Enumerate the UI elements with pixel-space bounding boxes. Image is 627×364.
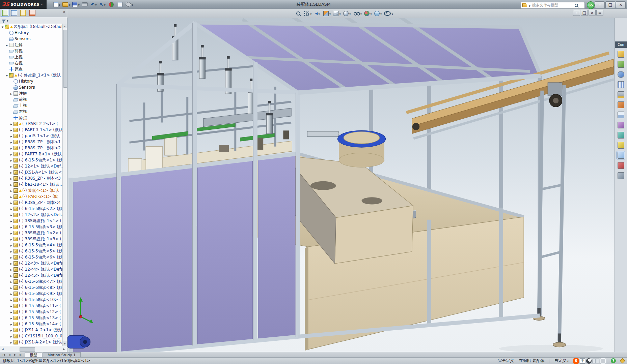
tree-expander-icon[interactable]	[9, 297, 13, 302]
tree-item[interactable]: (-) 6-15-5轴承<10> (	[0, 297, 63, 303]
tree-item[interactable]: 原点	[0, 115, 63, 121]
scroll-left-icon[interactable]: ◀	[0, 346, 5, 352]
tree-item[interactable]: (-) 6-15-5轴承<12> (	[0, 309, 63, 315]
tree-expander-icon[interactable]	[9, 200, 13, 205]
tab-scroll-first-button[interactable]: |◀	[1, 352, 6, 358]
tree-expander-icon[interactable]	[1, 24, 4, 29]
sogou-logo-icon[interactable]: S	[573, 358, 579, 364]
scroll-up-icon[interactable]: ▲	[63, 24, 67, 28]
tree-expander-icon[interactable]	[9, 285, 13, 290]
tree-item[interactable]: 右视	[0, 109, 63, 115]
tree-item[interactable]: Sensors	[0, 84, 63, 90]
search-icon[interactable]	[574, 3, 578, 7]
graphics-area[interactable]	[67, 18, 615, 352]
drive-motor[interactable]	[67, 335, 90, 348]
tree-expander-icon[interactable]	[9, 133, 13, 138]
tree-expander-icon[interactable]	[9, 158, 13, 162]
tree-expander-icon[interactable]	[9, 121, 13, 126]
search-scope-folder-icon[interactable]	[522, 4, 527, 7]
dropdown-caret-icon[interactable]	[391, 11, 393, 16]
tree-expander-icon[interactable]	[9, 255, 13, 260]
tree-item[interactable]: (-) 12<5> (默认<Defa	[0, 272, 63, 278]
tree-item[interactable]: (-) 6-15-5轴承<1> (默	[0, 157, 63, 163]
tree-item[interactable]: (-) 6-15-5轴承<4> (默	[0, 242, 63, 248]
filter-caret-icon[interactable]: ▼	[7, 20, 8, 22]
instant3d-button[interactable]	[617, 151, 625, 159]
tree-item[interactable]: 装配体1 (Default<Defaul	[0, 24, 63, 30]
configurationmanager-tab[interactable]	[19, 9, 27, 17]
tree-item[interactable]: (-) 12<1> (默认<Def...	[0, 163, 63, 169]
dropdown-caret-icon[interactable]	[94, 2, 97, 7]
tree-item[interactable]: (-) CY1S15H_100_0_0	[0, 333, 63, 339]
tree-item[interactable]: (-) 修改后_1<1> (默认	[0, 72, 63, 78]
tab-scroll-last-button[interactable]: ▶|	[18, 352, 24, 358]
tree-expander-icon[interactable]	[9, 279, 13, 284]
search-box[interactable]	[521, 2, 585, 9]
search-scope-caret-icon[interactable]	[528, 3, 530, 8]
tree-expander-icon[interactable]	[9, 182, 13, 187]
tree-item[interactable]: Sensors	[0, 36, 63, 42]
ime-keyboard-icon[interactable]	[593, 359, 599, 363]
insert-component-button[interactable]	[617, 60, 625, 68]
component-pattern-button[interactable]	[617, 81, 625, 88]
tree-expander-icon[interactable]	[9, 146, 13, 150]
tree-item[interactable]: (-) be1-18<1> (默认...	[0, 181, 63, 187]
tree-item[interactable]: (-) 38S码盘托_1<3> (	[0, 236, 63, 242]
filter-funnel-icon[interactable]	[2, 20, 6, 22]
tree-item[interactable]: (-) JXS1-A_2<1> (默认	[0, 327, 63, 333]
edit-component-button[interactable]	[617, 50, 625, 58]
tree-item[interactable]: (-) 6-15-5轴承<14> (	[0, 321, 63, 327]
tree-item[interactable]: (-) PART-3-1<1> (默认	[0, 127, 63, 133]
tree-item[interactable]: (-) JXS1-A<1> (默认<	[0, 169, 63, 175]
tree-expander-icon[interactable]	[9, 176, 13, 181]
featuremanager-tree-tab[interactable]	[1, 9, 9, 17]
tree-item[interactable]: 注解	[0, 42, 63, 48]
tree-item[interactable]: (-) PART-2-2<1> (	[0, 121, 63, 127]
view-orientation-button[interactable]	[332, 9, 342, 17]
tree-expander-icon[interactable]	[5, 42, 9, 47]
tab-motion-study-1[interactable]: Motion Study 1	[43, 352, 81, 358]
featuremanager-expand-button[interactable]: »	[63, 9, 65, 14]
edit-appearance-button[interactable]	[363, 9, 373, 17]
dropdown-caret-icon[interactable]	[329, 11, 331, 16]
tree-expander-icon[interactable]	[9, 224, 13, 229]
tree-item[interactable]: (-) 12<2> (默认<Defa	[0, 212, 63, 218]
tree-item[interactable]: (-) 6-15-5轴承<6> (默	[0, 254, 63, 260]
update-assembly-button[interactable]	[617, 172, 625, 179]
tree-item[interactable]: 前视	[0, 96, 63, 102]
tree-item[interactable]: (-) PART-2<1> (默	[0, 193, 63, 200]
tree-expander-icon[interactable]	[9, 237, 13, 241]
close-button[interactable]: ×	[616, 1, 626, 8]
tree-item[interactable]: 原点	[0, 66, 63, 72]
dropdown-caret-icon[interactable]	[68, 2, 71, 7]
task-pane-header[interactable]: Con	[615, 41, 627, 48]
tree-expander-icon[interactable]	[9, 322, 13, 326]
tree-expander-icon[interactable]	[9, 249, 13, 253]
scroll-right-icon[interactable]: ▶	[61, 346, 67, 352]
tree-item[interactable]: (-) 6-15-5轴承<11> (	[0, 303, 63, 309]
ime-halfwidth-icon[interactable]	[586, 358, 592, 364]
tree-item[interactable]: (-) part5-1<1> (默认-	[0, 133, 63, 139]
customize-menu[interactable]: 自定义	[554, 358, 569, 364]
tree-expander-icon[interactable]	[9, 243, 13, 247]
new-motion-study-button[interactable]	[617, 141, 625, 149]
tree-item[interactable]: (-) 旋转4<1> (默认	[0, 187, 63, 193]
tree-expander-icon[interactable]	[9, 273, 13, 278]
tree-expander-icon[interactable]	[9, 309, 13, 314]
tree-expander-icon[interactable]	[9, 212, 13, 217]
show-hidden-components-button[interactable]	[617, 111, 625, 119]
new-document-button[interactable]	[53, 1, 61, 8]
tree-item[interactable]: (-) 38S码盘托_1<2> (	[0, 230, 63, 236]
tree-item[interactable]: (-) 12<3> (默认<Defa	[0, 260, 63, 266]
tab-scroll-prev-button[interactable]: ◀	[7, 352, 12, 358]
tree-expander-icon[interactable]	[9, 303, 13, 308]
minimize-button[interactable]: –	[595, 1, 605, 8]
tree-expander-icon[interactable]	[9, 261, 13, 266]
dropdown-caret-icon[interactable]	[309, 11, 312, 16]
dropdown-caret-icon[interactable]	[338, 11, 341, 16]
tree-item[interactable]: (-) PART7-B<1> (默认	[0, 151, 63, 157]
tree-item[interactable]: (-) 6-15-5轴承<9> (默	[0, 291, 63, 297]
tree-expander-icon[interactable]	[9, 291, 13, 296]
tree-item[interactable]: 上视	[0, 102, 63, 109]
options-button[interactable]	[125, 1, 134, 8]
